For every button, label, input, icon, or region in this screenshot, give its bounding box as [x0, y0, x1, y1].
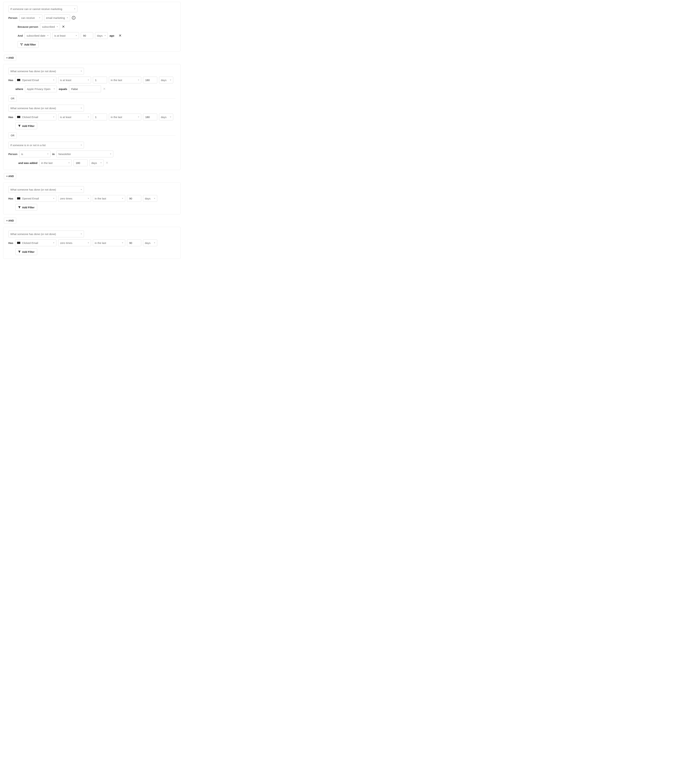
close-icon[interactable]: ✕: [62, 25, 65, 28]
chevron-down-icon: [53, 79, 55, 81]
can-receive-select[interactable]: can receive: [19, 14, 42, 21]
chevron-down-icon: [81, 108, 82, 109]
klaviyo-icon: [17, 242, 20, 244]
has-label: Has: [8, 241, 13, 244]
range-value-input[interactable]: 180: [143, 114, 157, 120]
chevron-down-icon: [74, 9, 75, 9]
has-label: Has: [8, 79, 13, 82]
chevron-down-icon: [56, 26, 58, 27]
and-was-added-label: and was added: [18, 162, 37, 165]
condition-type-label: If someone can or cannot receive marketi…: [10, 8, 62, 11]
count-op-select[interactable]: zero times: [58, 195, 91, 202]
chevron-down-icon: [53, 117, 55, 118]
channel-select[interactable]: email marketing: [44, 14, 70, 21]
close-icon[interactable]: ✕: [106, 161, 109, 165]
event-select[interactable]: Clicked Email: [15, 240, 56, 246]
chevron-down-icon: [67, 17, 68, 18]
and-connector-button[interactable]: +AND: [4, 55, 16, 61]
condition-type-select[interactable]: If someone can or cannot receive marketi…: [8, 6, 77, 12]
in-label: in: [52, 152, 55, 156]
chevron-down-icon: [88, 117, 89, 118]
chevron-down-icon: [39, 17, 41, 18]
equals-label: equals: [59, 87, 67, 90]
chevron-down-icon: [53, 243, 55, 243]
condition-block-3: What someone has done (or not done) Has …: [3, 182, 181, 215]
or-connector: OR: [8, 132, 175, 138]
and-label: And: [18, 34, 23, 37]
and-connector-button[interactable]: +AND: [4, 218, 16, 224]
is-select[interactable]: is: [19, 151, 50, 157]
condition-block-4: What someone has done (or not done) Has …: [3, 227, 181, 259]
chevron-down-icon: [81, 71, 82, 72]
add-filter-button[interactable]: Add Filter: [16, 248, 37, 255]
funnel-icon: [18, 124, 21, 127]
close-icon[interactable]: ✕: [118, 34, 122, 37]
date-field-select[interactable]: subscribed date: [25, 32, 50, 39]
condition-type-select[interactable]: What someone has done (or not done): [8, 186, 84, 193]
range-select[interactable]: in the last: [109, 114, 141, 120]
add-filter-button[interactable]: Add Filter: [16, 204, 37, 211]
chevron-down-icon: [88, 198, 89, 199]
date-value-input[interactable]: 90: [81, 32, 93, 39]
close-icon[interactable]: ✕: [103, 87, 106, 90]
chevron-down-icon: [53, 89, 55, 89]
condition-type-select[interactable]: What someone has done (or not done): [8, 105, 84, 112]
add-filter-button[interactable]: Add Filter: [16, 123, 37, 129]
added-unit-select[interactable]: days: [89, 159, 104, 166]
added-value-input[interactable]: 180: [73, 159, 88, 166]
event-select[interactable]: Clicked Email: [15, 114, 56, 120]
chevron-down-icon: [47, 154, 48, 154]
count-value-input[interactable]: 1: [93, 77, 107, 83]
chevron-down-icon: [76, 35, 77, 36]
condition-block-2: What someone has done (or not done) Has …: [3, 64, 181, 170]
chevron-down-icon: [138, 79, 139, 81]
range-unit-select[interactable]: days: [159, 114, 173, 120]
condition-type-select[interactable]: What someone has done (or not done): [8, 68, 84, 75]
chevron-down-icon: [170, 79, 171, 81]
range-value-input[interactable]: 90: [127, 240, 141, 246]
condition-type-select[interactable]: What someone has done (or not done): [8, 230, 84, 237]
range-value-input[interactable]: 90: [127, 195, 141, 202]
ago-label: ago: [109, 34, 114, 37]
chevron-down-icon: [81, 145, 82, 146]
or-button[interactable]: OR: [8, 95, 17, 101]
date-unit-select[interactable]: days: [95, 32, 108, 39]
chevron-down-icon: [53, 198, 55, 199]
range-select[interactable]: in the last: [109, 77, 141, 83]
where-value-input[interactable]: False: [69, 86, 101, 92]
range-select[interactable]: in the last: [93, 195, 125, 202]
has-label: Has: [8, 197, 13, 200]
range-select[interactable]: in the last: [93, 240, 125, 246]
added-range-select[interactable]: in the last: [39, 159, 72, 166]
funnel-icon: [18, 250, 21, 253]
range-value-input[interactable]: 180: [143, 77, 157, 83]
chevron-down-icon: [81, 233, 82, 235]
because-person-label: Because person: [18, 25, 38, 28]
because-select[interactable]: subscribed: [40, 23, 60, 30]
event-select[interactable]: Opened Email: [15, 77, 56, 83]
count-op-select[interactable]: is at least: [58, 77, 91, 83]
where-field-select[interactable]: Apple Privacy Open: [25, 86, 57, 92]
condition-type-select[interactable]: If someone is in or not in a list: [8, 142, 84, 148]
segment-builder: If someone can or cannot receive marketi…: [0, 0, 181, 266]
chevron-down-icon: [122, 243, 123, 243]
range-unit-select[interactable]: days: [143, 195, 157, 202]
range-unit-select[interactable]: days: [143, 240, 157, 246]
chevron-down-icon: [154, 198, 155, 199]
person-label: Person: [8, 152, 17, 156]
date-op-select[interactable]: is at least: [52, 32, 79, 39]
chevron-down-icon: [154, 243, 155, 243]
chevron-down-icon: [104, 35, 106, 36]
list-select[interactable]: Newsletter: [56, 151, 113, 157]
count-op-select[interactable]: zero times: [58, 240, 91, 246]
count-value-input[interactable]: 1: [93, 114, 107, 120]
range-unit-select[interactable]: days: [159, 77, 173, 83]
count-op-select[interactable]: is at least: [58, 114, 91, 120]
event-select[interactable]: Opened Email: [15, 195, 56, 202]
or-button[interactable]: OR: [8, 132, 17, 138]
info-icon[interactable]: [72, 16, 75, 20]
where-label: where: [16, 87, 23, 90]
chevron-down-icon: [122, 198, 123, 199]
and-connector-button[interactable]: +AND: [4, 173, 16, 179]
add-filter-button[interactable]: Add filter: [18, 41, 39, 48]
